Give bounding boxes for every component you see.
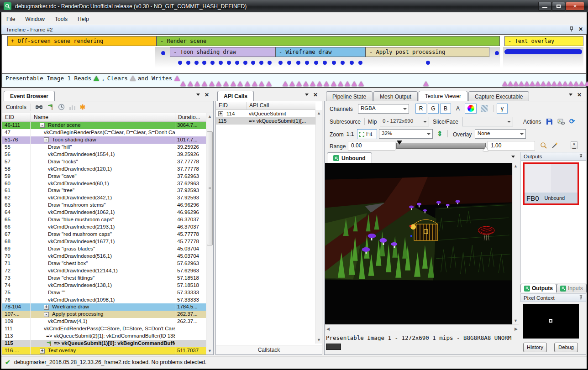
zoom-fit-toggle[interactable]: Fit [357,129,377,139]
event-row[interactable]: 116-... + Text overlay 511.7037 [2,347,206,354]
event-row[interactable]: 113 => vkQueueSubmit(2)[1]: vkEndCommand… [2,333,206,340]
checker-toggle[interactable] [478,104,490,114]
scroll-left-icon[interactable]: ◀ [326,326,330,333]
scroll-down-icon[interactable]: ▼ [206,348,213,354]
api-call-row[interactable]: 115 => vkQueueSubmit(1)[... [216,117,315,125]
col-duration[interactable]: Duratio... [175,113,206,121]
minimize-button[interactable] [538,2,551,10]
event-row[interactable]: 62 vkCmdDrawIndexed(342,1) 37.92593 [2,194,206,202]
event-row[interactable]: 75 Draw "" 57.33333 [2,289,206,297]
expander-icon[interactable]: + [218,111,223,116]
close-icon[interactable]: ✕ [577,92,582,98]
event-row[interactable]: 109 vkCmdDraw(4,1) 262.37... [2,318,206,325]
tab-inputs[interactable]: Inputs [556,284,587,292]
pixel-context-view[interactable] [523,304,579,339]
tab-pipeline-state[interactable]: Pipeline State [326,91,373,101]
slice-face-combo[interactable] [462,117,513,126]
scroll-down-icon[interactable]: ▼ [513,318,519,324]
timeline-marker-wireframe[interactable]: - Wireframe draw [275,47,366,57]
event-row[interactable]: 46-111 - Render scene 3064.7... [2,122,206,129]
event-row[interactable]: 73 Draw "chest fittings" 57.18518 [2,275,206,282]
event-row[interactable]: 78-104 + Wireframe draw 1784.5... [2,303,206,311]
event-row[interactable]: 55 Draw "hill" 39.25926 [2,144,206,151]
pin-icon[interactable] [579,295,583,300]
bookmark-jump-icon[interactable]: ✱ [80,103,86,111]
event-row[interactable]: 72 vkCmdDrawIndexed(12144,1) 57.62963 [2,267,206,275]
chevron-down-icon[interactable] [305,94,309,96]
bookmark-flag-icon[interactable] [47,104,54,110]
event-row[interactable]: 51-76 - Toon shading draw 1017.7... [2,136,206,144]
timeline-marker-render-scene[interactable]: - Render scene [157,36,500,46]
timeline-marker-post[interactable]: - Apply post processing [366,47,489,57]
menu-tools[interactable]: Tools [50,14,73,24]
time-icon[interactable] [58,104,65,110]
maximize-button[interactable] [552,2,565,10]
event-row[interactable]: 58 vkCmdDrawIndexed(120,1) 37.77778 [2,166,206,173]
scroll-up-icon[interactable]: ▲ [316,110,322,117]
autofit-wand-icon[interactable] [550,141,560,151]
col-eid[interactable]: EID [216,102,246,109]
debug-button[interactable]: Debug [554,343,578,352]
tab-mesh-output[interactable]: Mesh Output [373,91,418,101]
event-row[interactable]: 115 => vkQueueSubmit(1)[0]: vkBeginComma… [2,340,206,347]
colorwheel-toggle[interactable] [465,104,477,114]
chevron-down-icon[interactable] [569,94,572,96]
tab-api-calls[interactable]: API Calls [217,91,254,101]
tab-unbound[interactable]: Unbound [327,152,372,163]
col-api-call[interactable]: API Call [246,102,315,109]
mip-combo[interactable]: 0 - 1272x690 [380,117,429,126]
event-row[interactable]: 63 Draw "mushroom stems" 46.96296 [2,202,206,209]
col-eid[interactable]: EID [2,113,31,121]
menu-file[interactable]: File [1,14,20,24]
pin-icon[interactable] [579,154,583,159]
scroll-down-icon[interactable]: ▼ [316,337,322,344]
timeline-marker-offscreen[interactable]: + Off-screen scene rendering [7,36,157,46]
event-row[interactable]: 60 vkCmdDrawIndexed(60,1) 37.62963 [2,180,206,188]
event-row[interactable]: 59 Draw "cave" 37.62963 [2,173,206,180]
timeline-draw-pill[interactable] [504,49,582,54]
timeline-marker-toon[interactable]: - Toon shading draw [170,47,275,57]
event-browser-scrollbar[interactable]: ▲ ▼ [206,113,213,354]
flip-vertical-icon[interactable]: ⇕ [435,129,445,139]
channels-combo[interactable]: RGBA [358,104,409,114]
texture-vscrollbar[interactable]: ▲ ▼ [512,163,519,324]
scroll-right-icon[interactable]: ▶ [514,326,518,333]
event-row[interactable]: 67 Draw "red mushroom caps" 45.77778 [2,231,206,238]
close-icon[interactable]: ✕ [313,92,318,98]
tab-capture-executable[interactable]: Capture Executable [468,91,529,101]
fb0-thumbnail[interactable]: FB0 Unbound [523,162,579,205]
range-slider[interactable] [396,143,486,149]
history-button[interactable]: History [523,343,547,352]
texture-hscrollbar[interactable]: ◀ ▶ [325,324,519,331]
event-row[interactable]: 107-... - Apply post processing 262.37..… [2,311,206,318]
event-row[interactable]: 111 vkCmdEndRenderPass(C=Store, D=Store,… [2,325,206,333]
close-icon[interactable]: ✕ [205,92,209,98]
refresh-icon[interactable]: ⟳ [567,116,577,126]
api-call-row[interactable]: + 114 vkQueueSubmit [216,110,315,117]
scroll-up-icon[interactable]: ▲ [513,163,519,170]
menu-help[interactable]: Help [73,14,94,24]
open-link-icon[interactable] [556,116,566,126]
menu-window[interactable]: Window [20,14,50,24]
event-row[interactable]: 69 Draw "grass blades" 45.03704 [2,245,206,253]
gamma-toggle[interactable]: γ [497,104,508,114]
range-max-field[interactable]: 1.00 [488,141,535,151]
event-row[interactable]: 65 Draw "blue mushroom caps" 46.37037 [2,216,206,224]
chevron-down-icon[interactable] [196,94,200,96]
event-row[interactable]: 71 Draw "chest box" 57.62963 [2,260,206,267]
event-row[interactable]: 74 vkCmdDrawIndexed(138,1) 57.18518 [2,282,206,289]
tab-texture-viewer[interactable]: Texture Viewer [419,91,467,101]
tab-event-browser[interactable]: Event Browser [4,91,55,101]
scrollbar-thumb[interactable] [207,131,213,245]
event-row[interactable]: 66 vkCmdDrawIndexed(2193,1) 46.37037 [2,224,206,231]
event-row[interactable]: 47 vkCmdBeginRenderPass(C=Clear, D=Clear… [2,129,206,136]
channel-blue-toggle[interactable]: B [440,104,451,114]
range-black-handle[interactable] [397,141,402,145]
event-row[interactable]: 61 Draw "tree" 37.92593 [2,187,206,194]
zoom-combo[interactable]: 32% [379,129,433,139]
range-min-field[interactable]: 0.00 [348,141,395,151]
api-calls-scrollbar[interactable]: ▲ ▼ [315,110,322,344]
toolbar-overflow-button[interactable]: ▼▬ [571,141,578,149]
event-row[interactable]: 64 vkCmdDrawIndexed(1062,1) 46.96296 [2,209,206,216]
channel-red-toggle[interactable]: R [415,104,426,114]
